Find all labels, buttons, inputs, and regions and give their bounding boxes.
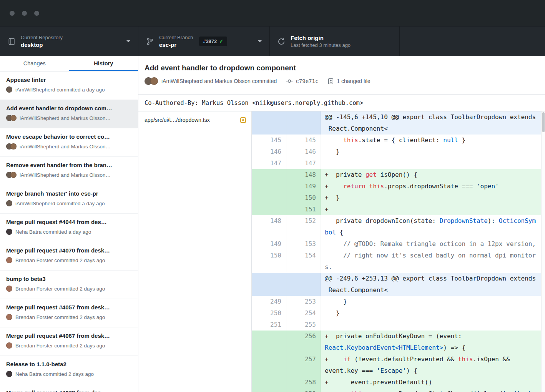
current-branch-label: Current Branch	[159, 35, 193, 40]
minimize-button[interactable]	[22, 11, 27, 16]
diff-code-line: + event.preventDefault()	[321, 377, 541, 388]
commit-item-title: Move escape behavior to correct co…	[6, 133, 132, 141]
diff-row-ctx: 149153 // @TODO: Remake triangle octicon…	[252, 238, 541, 250]
zoom-button[interactable]	[34, 11, 39, 16]
avatar	[6, 200, 12, 206]
diff-old-line-number	[252, 377, 286, 388]
code-token	[325, 321, 329, 328]
diff-code-line: + if (!event.defaultPrevented && this.is…	[321, 354, 541, 377]
avatar-stack	[6, 115, 17, 121]
code-token: +	[325, 390, 351, 392]
window-titlebar	[0, 0, 545, 26]
commit-item-title: Merge pull request #4044 from des…	[6, 218, 132, 226]
history-commit-item[interactable]: Merge pull request #4070 from desk…Brend…	[0, 242, 138, 271]
history-commit-item[interactable]: Merge pull request #4057 from desk…Brend…	[0, 299, 138, 327]
history-commit-item[interactable]: Appease linteriAmWillShepherd committed …	[0, 71, 138, 100]
code-token: +	[325, 206, 329, 213]
current-branch-button[interactable]: Current Branch esc-pr #3972 ✓	[138, 27, 270, 56]
avatar-stack	[6, 342, 12, 349]
diff-old-line-number: 146	[252, 146, 286, 158]
current-repository-button[interactable]: Current Repository desktop	[0, 27, 138, 56]
main-area: Changes History Appease linteriAmWillShe…	[0, 56, 545, 392]
code-token: 'Escape'	[377, 367, 406, 374]
commit-item-title: Merge pull request #4067 from desk…	[6, 332, 132, 340]
diff-row-ctx: 150154 // right now it's scaled badly on…	[252, 250, 541, 273]
diff-row-add: 148+ private get isOpen() {	[252, 169, 541, 181]
diff-code-line: }	[321, 146, 541, 158]
history-commit-item[interactable]: Merge pull request #4044 from des…Neha B…	[0, 214, 138, 242]
diff-code-line: // right now it's scaled badly on normal…	[321, 250, 541, 273]
commit-item-title: Appease linter	[6, 76, 132, 84]
diff-old-line-number: 251	[252, 319, 286, 331]
commit-item-title: Remove event handler from the bran…	[6, 161, 132, 169]
tab-changes[interactable]: Changes	[0, 56, 69, 71]
history-commit-item[interactable]: Add event handler to dropdown com…iAmWil…	[0, 100, 138, 128]
code-token: + event.preventDefault()	[325, 379, 432, 386]
sync-icon	[277, 38, 285, 45]
avatar-stack	[6, 86, 12, 93]
diff-new-line-number: 259	[286, 388, 321, 392]
diff-row-add: 258+ event.preventDefault()	[252, 377, 541, 388]
commit-item-byline-text: Brendan Forster committed 2 days ago	[15, 257, 105, 263]
commit-item-byline: Neha Batra committed 2 days ago	[6, 371, 132, 377]
diff-row-add: 149+ return this.props.dropdownState ===…	[252, 181, 541, 192]
diff-new-line-number: 254	[286, 307, 321, 319]
diff-old-line-number: 149	[252, 238, 286, 250]
diff-code-line: @@ -249,6 +253,13 @@ export class Toolba…	[321, 273, 541, 296]
diff-scrollbar-thumb[interactable]	[542, 112, 545, 132]
modified-status-icon	[240, 117, 246, 123]
commit-item-title: Merge pull request #4078 from des…	[6, 389, 132, 392]
diff-code-line: }	[321, 296, 541, 307]
diff-pane: @@ -145,6 +145,10 @@ export class Toolba…	[252, 111, 545, 392]
history-commit-item[interactable]: Merge pull request #4067 from desk…Brend…	[0, 327, 138, 356]
commit-item-byline: Neha Batra committed a day ago	[6, 229, 132, 235]
code-token: if	[343, 355, 351, 363]
diff-new-line-number: 148	[286, 169, 321, 181]
sidebar-tabbar: Changes History	[0, 56, 138, 71]
diff-code-line: // @TODO: Remake triangle octicon in a 1…	[321, 238, 541, 250]
history-commit-item[interactable]: Move escape behavior to correct co…iAmWi…	[0, 128, 138, 157]
avatar-stack	[145, 77, 158, 85]
avatar-stack	[6, 229, 12, 235]
diff-code-line: this.state = { clientRect: null }	[321, 135, 541, 146]
history-commit-item[interactable]: Remove event handler from the bran…iAmWi…	[0, 157, 138, 185]
fetch-origin-button[interactable]: Fetch origin Last fetched 3 minutes ago	[270, 27, 400, 56]
toolbar: Current Repository desktop Current Branc…	[0, 26, 545, 56]
history-commit-item[interactable]: Merge pull request #4078 from des…Brenda…	[0, 384, 138, 392]
code-token: {	[336, 229, 343, 236]
diff-new-line-number: 147	[286, 158, 321, 169]
commit-item-byline-text: iAmWillShepherd and Markus Olsson…	[20, 144, 111, 149]
diff-code-line: + this.props.onDropdownStateChanged('clo…	[321, 388, 541, 392]
tab-history[interactable]: History	[69, 56, 138, 71]
diff-new-line-number	[286, 111, 321, 135]
diff-new-line-number: 258	[286, 377, 321, 388]
commit-meta-avatars	[145, 77, 158, 85]
diff-old-line-number	[252, 204, 286, 215]
pr-status-badge: #3972 ✓	[199, 37, 227, 46]
commit-item-byline: iAmWillShepherd and Markus Olsson…	[6, 115, 132, 121]
commit-byline: iAmWillShepherd and Markus Olsson commit…	[161, 78, 277, 84]
diff-code-line: + private get isOpen() {	[321, 169, 541, 181]
avatar-stack	[6, 371, 12, 377]
close-button[interactable]	[10, 11, 15, 16]
diff-new-line-number: 149	[286, 181, 321, 192]
history-commit-item[interactable]: bump to beta3Brendan Forster committed 2…	[0, 271, 138, 299]
diff-row-add: 259+ this.props.onDropdownStateChanged('…	[252, 388, 541, 392]
commit-item-byline-text: iAmWillShepherd and Markus Olsson…	[20, 115, 111, 121]
avatar-stack	[6, 257, 12, 263]
avatar	[6, 229, 12, 235]
avatar	[6, 86, 12, 93]
changed-file-item[interactable]: app/src/ui/t…/dropdown.tsx	[138, 111, 251, 128]
history-commit-item[interactable]: Merge branch 'master' into esc-priAmWill…	[0, 185, 138, 214]
avatar-stack	[6, 172, 17, 178]
current-repository-label: Current Repository	[21, 35, 63, 40]
diff-old-line-number	[252, 192, 286, 204]
code-token: this	[351, 390, 366, 392]
changed-file-name: app/src/ui/t…/dropdown.tsx	[145, 117, 210, 123]
commit-header: Add event handler to dropdown component …	[138, 56, 545, 95]
avatar-stack	[6, 286, 12, 292]
diff-new-line-number: 256	[286, 331, 321, 354]
code-token: @@ -145,6 +145,10 @@ export class Toolba…	[325, 113, 536, 132]
history-commit-item[interactable]: Release to 1.1.0-beta2Neha Batra committ…	[0, 356, 138, 384]
commit-item-byline-text: iAmWillShepherd committed a day ago	[15, 201, 105, 206]
